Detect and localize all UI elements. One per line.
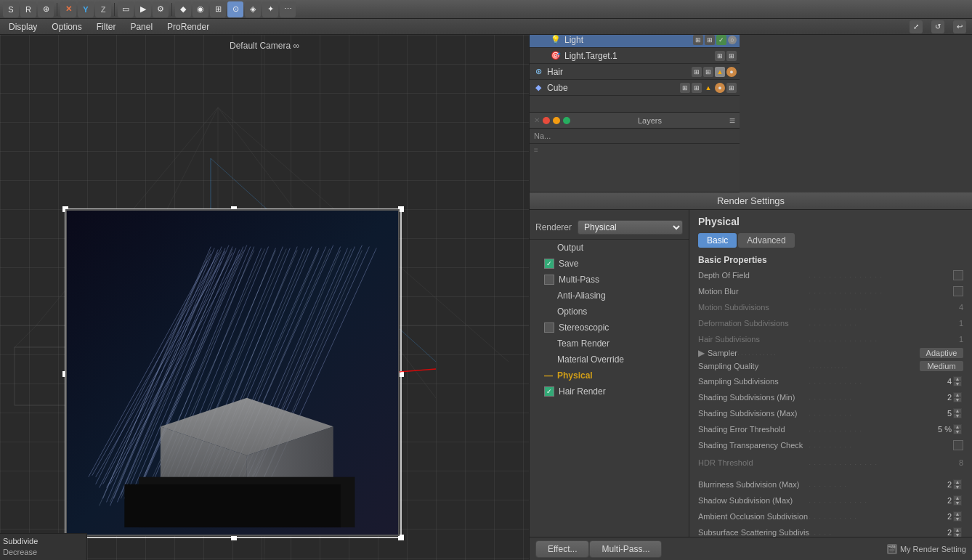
object-row-cube[interactable]: ◆ Cube ⊞ ⊞ ▲ ● ⊞ xyxy=(530,80,740,96)
layers-tl-green[interactable] xyxy=(563,117,570,124)
rs-prop-shadingerror-name: Shading Error Threshold xyxy=(698,425,809,434)
multipass-button[interactable]: Multi-Pass... xyxy=(589,540,662,558)
cube-btn1[interactable]: ⊞ xyxy=(680,83,690,93)
rs-menu-output[interactable]: Output xyxy=(530,240,689,256)
rs-motionblur-checkbox[interactable] xyxy=(953,286,963,296)
rs-save-checkbox[interactable]: ✓ xyxy=(544,259,554,269)
rs-spinner-down3[interactable]: ▼ xyxy=(953,413,962,418)
rs-shadow-spinner[interactable]: ▲ ▼ xyxy=(953,495,963,506)
rs-tab-advanced[interactable]: Advanced xyxy=(738,233,794,248)
layers-tl-red[interactable] xyxy=(543,117,550,124)
rs-menu-save[interactable]: ✓ Save xyxy=(530,256,689,272)
rs-spinner-up8[interactable]: ▲ xyxy=(953,527,962,532)
toolbar-star-icon[interactable]: ✦ xyxy=(262,1,278,17)
rs-menu-antialiasing[interactable]: Anti-Aliasing xyxy=(530,288,689,304)
hair-btn2[interactable]: ⊞ xyxy=(703,67,713,77)
rs-spinner-down[interactable]: ▼ xyxy=(953,381,962,386)
rs-prop-shadow-dots: . . . . . . . . . . . . xyxy=(809,497,920,504)
renderer-select[interactable]: Physical Standard ProRender xyxy=(578,220,683,235)
light-btn1[interactable]: ⊞ xyxy=(693,35,703,45)
rs-shadingtrans-checkbox[interactable] xyxy=(953,440,963,450)
toolbar-z-icon[interactable]: Z xyxy=(95,1,111,17)
menu-display[interactable]: Display xyxy=(6,22,40,32)
rs-menu-materialoverride[interactable]: Material Override xyxy=(530,352,689,368)
rs-shadingsubmax-spinner[interactable]: ▲ ▼ xyxy=(953,408,963,418)
rs-menu-teamrender[interactable]: Team Render xyxy=(530,336,689,352)
toolbar-plus-icon[interactable]: ⊕ xyxy=(38,1,54,17)
rs-spinner-up7[interactable]: ▲ xyxy=(953,511,962,516)
rs-spinner-down4[interactable]: ▼ xyxy=(953,429,962,434)
rs-spinner-down2[interactable]: ▼ xyxy=(953,397,962,402)
rs-prop-motionsub-dots: . . . . . . . . . . . . xyxy=(809,304,920,311)
toolbar-y-icon[interactable]: Y xyxy=(78,1,94,17)
toolbar-s-icon[interactable]: S xyxy=(3,1,19,17)
rs-spinner-up6[interactable]: ▲ xyxy=(953,495,962,500)
rs-spinner-down6[interactable]: ▼ xyxy=(953,500,962,506)
rs-spinner-up2[interactable]: ▲ xyxy=(953,392,962,397)
rs-spinner-up3[interactable]: ▲ xyxy=(953,408,962,413)
menu-prorender[interactable]: ProRender xyxy=(164,22,212,32)
object-row-lighttarget1[interactable]: 🎯 Light.Target.1 ⊞ ⊞ xyxy=(530,48,740,64)
rs-menu-multipass[interactable]: Multi-Pass xyxy=(530,272,689,288)
toolbar-circle-icon[interactable]: ◉ xyxy=(193,1,208,17)
menu-options[interactable]: Options xyxy=(49,22,84,32)
rs-sq-label: Sampling Quality xyxy=(698,362,809,370)
rs-menu-stereoscopic[interactable]: Stereoscopic xyxy=(530,320,689,336)
toolbar-play-icon[interactable]: ▶ xyxy=(135,1,151,17)
object-row-hair[interactable]: ⊛ Hair ⊞ ⊞ ▲ ● xyxy=(530,64,740,80)
menu-icon-undo[interactable]: ↺ xyxy=(931,20,944,33)
rs-samplingsub-spinner[interactable]: ▲ ▼ xyxy=(953,376,963,386)
rs-menu-options[interactable]: Options xyxy=(530,304,689,320)
light-circle-btn[interactable]: ○ xyxy=(728,36,737,44)
toolbar-r-icon[interactable]: R xyxy=(20,1,36,17)
viewport[interactable]: Default Camera ∞ xyxy=(0,35,529,560)
toolbar-diamond-icon[interactable]: ◆ xyxy=(175,1,191,17)
rs-blurriness-spinner[interactable]: ▲ ▼ xyxy=(953,479,963,490)
toolbar-rect-icon[interactable]: ▭ xyxy=(118,1,134,17)
render-setting-name: My Render Setting xyxy=(900,545,966,553)
rs-spinner-up4[interactable]: ▲ xyxy=(953,424,962,429)
rs-prop-dof-dots: . . . . . . . . . . . . . . . xyxy=(809,272,920,279)
toolbar-cursor-icon[interactable]: ⊙ xyxy=(227,1,243,17)
rs-menu-physical[interactable]: — Physical xyxy=(530,368,689,384)
rs-prop-dof-name: Depth Of Field xyxy=(698,271,809,280)
toolbar-grid-icon[interactable]: ⊞ xyxy=(210,1,226,17)
toolbar-diamond2-icon[interactable]: ◈ xyxy=(245,1,261,17)
lt1-btn1[interactable]: ⊞ xyxy=(715,51,725,61)
menu-filter[interactable]: Filter xyxy=(94,22,119,32)
rs-prop-samplingsub: Sampling Subdivisions . . . . . . . . . … xyxy=(698,374,963,389)
rs-spinner-down7[interactable]: ▼ xyxy=(953,516,962,522)
subdivide-decrease[interactable]: Decrease xyxy=(3,547,84,557)
rs-hair-checkbox[interactable]: ✓ xyxy=(544,386,554,397)
rs-shadingerror-spinner[interactable]: ▲ ▼ xyxy=(953,424,963,434)
menu-panel[interactable]: Panel xyxy=(127,22,155,32)
light-check-btn[interactable]: ✓ xyxy=(716,35,726,45)
rs-sampler-arrow[interactable]: ▶ xyxy=(698,348,705,358)
lt1-btn2[interactable]: ⊞ xyxy=(726,51,737,61)
rs-stereo-checkbox[interactable] xyxy=(544,322,554,333)
rs-menu-hairrender[interactable]: ✓ Hair Render xyxy=(530,384,689,399)
hair-btn1[interactable]: ⊞ xyxy=(692,67,702,77)
rs-spinner-up[interactable]: ▲ xyxy=(953,376,962,381)
toolbar-more-icon[interactable]: ⋯ xyxy=(280,1,296,17)
rs-tab-basic[interactable]: Basic xyxy=(698,233,737,248)
menu-icon-redo[interactable]: ↩ xyxy=(953,20,966,33)
menu-icon-move[interactable]: ⤢ xyxy=(910,20,923,33)
rs-prop-hairsub-value: 1 xyxy=(920,335,963,344)
rs-spinner-down5[interactable]: ▼ xyxy=(953,484,962,490)
rs-shadingsubmin-spinner[interactable]: ▲ ▼ xyxy=(953,392,963,402)
rs-prop-hdr-value: 8 xyxy=(920,458,963,467)
effect-button[interactable]: Effect... xyxy=(535,540,589,558)
layers-tl-yellow[interactable] xyxy=(553,117,560,124)
rs-spinner-up5[interactable]: ▲ xyxy=(953,479,962,484)
toolbar-x-icon[interactable]: ✕ xyxy=(60,1,76,17)
light-btn2[interactable]: ⊞ xyxy=(705,35,715,45)
rs-dof-checkbox[interactable] xyxy=(953,270,963,280)
layers-menu-icon[interactable]: ≡ xyxy=(729,115,735,126)
rs-ao-spinner[interactable]: ▲ ▼ xyxy=(953,511,963,522)
hair-name: Hair xyxy=(547,67,692,77)
rs-sss-spinner[interactable]: ▲ ▼ xyxy=(953,527,963,537)
cube-btn2[interactable]: ⊞ xyxy=(692,83,702,93)
toolbar-gear-icon[interactable]: ⚙ xyxy=(153,1,169,17)
rs-multipass-checkbox[interactable] xyxy=(544,275,554,285)
